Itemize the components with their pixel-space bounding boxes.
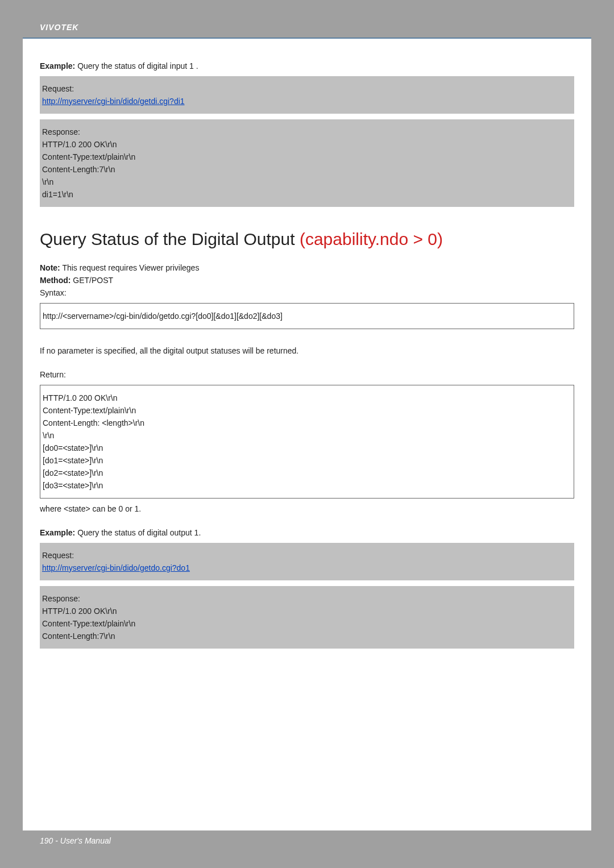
method-line: Method: GET/POST bbox=[40, 276, 574, 285]
heading-plain: Query Status of the Digital Output bbox=[40, 230, 295, 248]
resp2-line-1: Content-Type:text/plain\r\n bbox=[42, 619, 572, 628]
ret-line-0: HTTP/1.0 200 OK\r\n bbox=[43, 393, 571, 402]
example2-request-box: Request: http://myserver/cgi-bin/dido/ge… bbox=[40, 543, 574, 580]
note-line: Note: This request requires Viewer privi… bbox=[40, 263, 574, 272]
document-page: VIVOTEK Example: Query the status of dig… bbox=[23, 17, 591, 851]
where-state: where <state> can be 0 or 1. bbox=[40, 504, 574, 513]
ret-line-7: [do3=<state>]\r\n bbox=[43, 481, 571, 490]
heading-red: (capability.ndo > 0) bbox=[300, 230, 443, 248]
resp2-line-2: Content-Length:7\r\n bbox=[42, 632, 572, 641]
example2-label: Example: bbox=[40, 528, 75, 537]
method-label: Method: bbox=[40, 276, 70, 285]
note-label: Note: bbox=[40, 263, 60, 272]
noparam-text: If no parameter is specified, all the di… bbox=[40, 346, 574, 355]
page-content: Example: Query the status of digital inp… bbox=[23, 39, 591, 666]
request2-url-link[interactable]: http://myserver/cgi-bin/dido/getdo.cgi?d… bbox=[42, 563, 190, 572]
footer-text: 190 - User's Manual bbox=[40, 836, 111, 845]
ret-line-5: [do1=<state>]\r\n bbox=[43, 456, 571, 465]
resp-line-0: HTTP/1.0 200 OK\r\n bbox=[42, 140, 572, 149]
note-text: This request requires Viewer privileges bbox=[62, 263, 199, 272]
method-text: GET/POST bbox=[73, 276, 113, 285]
ret-line-2: Content-Length: <length>\r\n bbox=[43, 418, 571, 427]
ret-line-4: [do0=<state>]\r\n bbox=[43, 443, 571, 452]
example1-label: Example: bbox=[40, 61, 75, 70]
example1-text: Query the status of digital input 1 . bbox=[77, 61, 198, 70]
syntax-box: http://<servername>/cgi-bin/dido/getdo.c… bbox=[40, 303, 574, 329]
brand-label: VIVOTEK bbox=[40, 23, 78, 32]
header-brand-bar: VIVOTEK bbox=[23, 17, 591, 38]
request-label: Request: bbox=[42, 84, 572, 93]
response2-label: Response: bbox=[42, 594, 572, 603]
request-url-link[interactable]: http://myserver/cgi-bin/dido/getdi.cgi?d… bbox=[42, 97, 185, 106]
section-heading: Query Status of the Digital Output (capa… bbox=[40, 230, 574, 249]
resp-line-3: \r\n bbox=[42, 177, 572, 186]
footer-bar: 190 - User's Manual bbox=[23, 830, 591, 851]
example2-response-box: Response: HTTP/1.0 200 OK\r\n Content-Ty… bbox=[40, 586, 574, 649]
example2-text: Query the status of digital output 1. bbox=[77, 528, 201, 537]
request2-label: Request: bbox=[42, 551, 572, 560]
example1-response-box: Response: HTTP/1.0 200 OK\r\n Content-Ty… bbox=[40, 119, 574, 207]
resp-line-2: Content-Length:7\r\n bbox=[42, 165, 572, 174]
example1-line: Example: Query the status of digital inp… bbox=[40, 61, 574, 70]
resp2-line-0: HTTP/1.0 200 OK\r\n bbox=[42, 607, 572, 616]
ret-line-6: [do2=<state>]\r\n bbox=[43, 468, 571, 477]
return-label: Return: bbox=[40, 370, 574, 379]
example1-request-box: Request: http://myserver/cgi-bin/dido/ge… bbox=[40, 76, 574, 114]
example2-line: Example: Query the status of digital out… bbox=[40, 528, 574, 537]
return-box: HTTP/1.0 200 OK\r\n Content-Type:text/pl… bbox=[40, 385, 574, 499]
ret-line-3: \r\n bbox=[43, 431, 571, 440]
resp-line-1: Content-Type:text/plain\r\n bbox=[42, 152, 572, 161]
ret-line-1: Content-Type:text/plain\r\n bbox=[43, 406, 571, 415]
syntax-text: http://<servername>/cgi-bin/dido/getdo.c… bbox=[43, 312, 571, 321]
syntax-label: Syntax: bbox=[40, 288, 574, 297]
resp-line-4: di1=1\r\n bbox=[42, 190, 572, 199]
response-label: Response: bbox=[42, 127, 572, 136]
